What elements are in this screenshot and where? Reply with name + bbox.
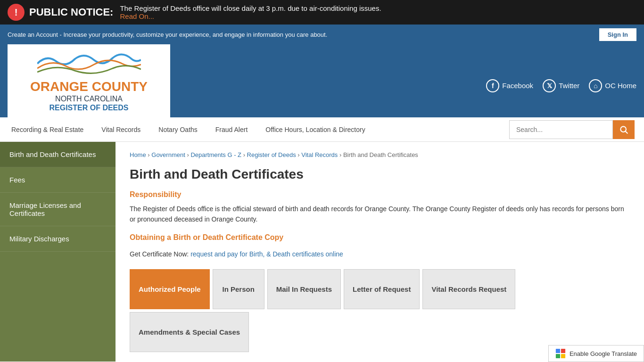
social-links: f Facebook 𝕏 Twitter ⌂ OC Home bbox=[486, 79, 636, 92]
get-cert-link[interactable]: request and pay for Birth, & Death certi… bbox=[190, 250, 343, 258]
tab-authorized-people[interactable]: Authorized People bbox=[130, 269, 210, 309]
tab-vital-records-request[interactable]: Vital Records Request bbox=[422, 269, 515, 309]
oc-home-link[interactable]: ⌂ OC Home bbox=[589, 79, 636, 92]
nav-office-hours[interactable]: Office Hours, Location & Directory bbox=[264, 118, 367, 141]
responsibility-text: The Register of Deeds office is the offi… bbox=[130, 204, 630, 225]
notice-label: PUBLIC NOTICE: bbox=[29, 6, 113, 18]
main-layout: Birth and Death Certificates Fees Marria… bbox=[0, 142, 644, 362]
sidebar-item-marriage[interactable]: Marriage Licenses and Certificates bbox=[0, 193, 116, 226]
get-cert-prefix: Get Certificate Now: bbox=[130, 250, 189, 258]
logo-content: ORANGE COUNTY NORTH CAROLINA REGISTER OF… bbox=[25, 45, 152, 117]
svg-rect-3 bbox=[561, 349, 565, 353]
facebook-label: Facebook bbox=[502, 82, 533, 90]
logo-dept-name: REGISTER OF DEEDS bbox=[30, 104, 148, 112]
nav-notary[interactable]: Notary Oaths bbox=[157, 118, 199, 141]
breadcrumb-vital[interactable]: Vital Records bbox=[301, 151, 338, 158]
account-bar: Create an Account - Increase your produc… bbox=[0, 25, 644, 44]
search-box bbox=[509, 120, 635, 139]
oc-home-label: OC Home bbox=[605, 82, 636, 90]
notice-content: The Register of Deeds office will close … bbox=[120, 4, 381, 20]
svg-point-0 bbox=[620, 126, 626, 132]
obtaining-heading: Obtaining a Birth or Death Certificate C… bbox=[130, 233, 630, 242]
breadcrumb-home[interactable]: Home bbox=[130, 151, 146, 158]
notice-read-on-link[interactable]: Read On... bbox=[120, 12, 381, 20]
notice-bar: ! PUBLIC NOTICE: The Register of Deeds o… bbox=[0, 0, 644, 25]
breadcrumb-current: Birth and Death Certificates bbox=[343, 151, 418, 158]
get-cert-text: Get Certificate Now: request and pay for… bbox=[130, 250, 630, 258]
content-area: Home › Government › Departments G - Z › … bbox=[116, 142, 644, 362]
facebook-link[interactable]: f Facebook bbox=[486, 79, 533, 92]
main-nav: Recording & Real Estate Vital Records No… bbox=[9, 118, 367, 141]
nav-recording[interactable]: Recording & Real Estate bbox=[9, 118, 85, 141]
sidebar-item-fees[interactable]: Fees bbox=[0, 167, 116, 193]
twitter-link[interactable]: 𝕏 Twitter bbox=[543, 79, 579, 92]
logo-county-name: ORANGE COUNTY bbox=[30, 80, 148, 94]
nav-vital-records[interactable]: Vital Records bbox=[99, 118, 142, 141]
tab-cards: Authorized People In Person Mail In Requ… bbox=[130, 269, 630, 352]
svg-rect-4 bbox=[556, 354, 560, 358]
search-button[interactable] bbox=[613, 120, 635, 139]
page-title: Birth and Death Certificates bbox=[130, 167, 630, 182]
search-input[interactable] bbox=[509, 120, 613, 139]
logo-state-name: NORTH CAROLINA bbox=[30, 94, 148, 104]
google-translate-label: Enable Google Translate bbox=[570, 350, 637, 357]
tab-amendments[interactable]: Amendments & Special Cases bbox=[130, 312, 249, 352]
sidebar-item-birth-death[interactable]: Birth and Death Certificates bbox=[0, 142, 116, 167]
notice-text: The Register of Deeds office will close … bbox=[120, 4, 381, 12]
sidebar-item-military[interactable]: Military Discharges bbox=[0, 226, 116, 252]
svg-rect-2 bbox=[556, 349, 560, 353]
svg-line-1 bbox=[626, 131, 628, 133]
tab-in-person[interactable]: In Person bbox=[213, 269, 264, 309]
logo-area: ORANGE COUNTY NORTH CAROLINA REGISTER OF… bbox=[8, 44, 170, 117]
tab-mail-in[interactable]: Mail In Requests bbox=[267, 269, 341, 309]
twitter-icon: 𝕏 bbox=[543, 79, 556, 92]
nav-bar: Recording & Real Estate Vital Records No… bbox=[0, 117, 644, 142]
header: ORANGE COUNTY NORTH CAROLINA REGISTER OF… bbox=[0, 44, 644, 117]
responsibility-heading: Responsibility bbox=[130, 190, 630, 199]
facebook-icon: f bbox=[486, 79, 499, 92]
google-translate-bar[interactable]: Enable Google Translate bbox=[548, 345, 644, 362]
svg-rect-5 bbox=[561, 354, 565, 358]
home-icon: ⌂ bbox=[589, 79, 602, 92]
account-bar-text: Create an Account - Increase your produc… bbox=[8, 31, 327, 38]
breadcrumb: Home › Government › Departments G - Z › … bbox=[130, 151, 630, 158]
twitter-label: Twitter bbox=[559, 82, 579, 90]
google-translate-icon bbox=[555, 348, 566, 359]
breadcrumb-sep5: › bbox=[339, 151, 343, 158]
search-icon bbox=[619, 125, 628, 134]
logo-wave-icon bbox=[37, 49, 141, 75]
nav-fraud[interactable]: Fraud Alert bbox=[214, 118, 249, 141]
sidebar: Birth and Death Certificates Fees Marria… bbox=[0, 142, 116, 362]
breadcrumb-departments[interactable]: Departments G - Z bbox=[190, 151, 241, 158]
tab-letter-of-request[interactable]: Letter of Request bbox=[344, 269, 420, 309]
sign-in-button[interactable]: Sign In bbox=[599, 28, 636, 41]
notice-icon: ! bbox=[8, 4, 25, 21]
breadcrumb-government[interactable]: Government bbox=[151, 151, 185, 158]
breadcrumb-sep3: › bbox=[243, 151, 247, 158]
header-right: f Facebook 𝕏 Twitter ⌂ OC Home bbox=[170, 70, 636, 92]
breadcrumb-register[interactable]: Register of Deeds bbox=[247, 151, 296, 158]
